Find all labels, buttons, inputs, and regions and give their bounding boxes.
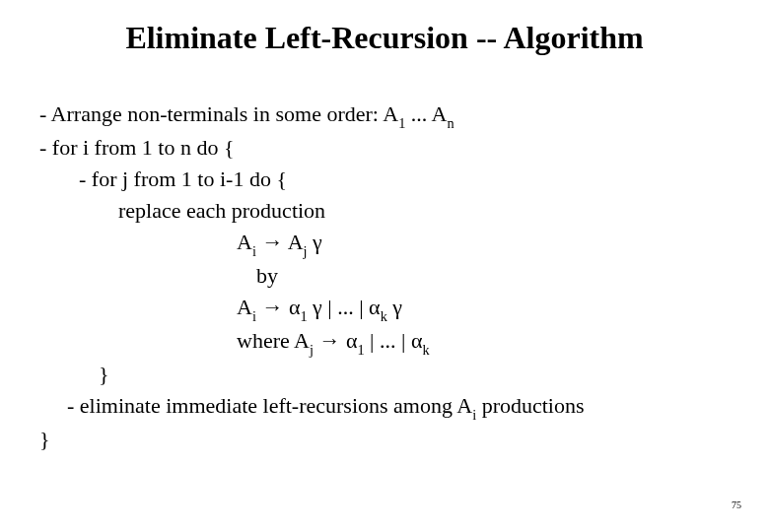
- line-prod-alpha: Ai → α1 γ | ... | αk γ: [39, 292, 730, 325]
- text: ... A: [405, 101, 447, 126]
- page-number: 75: [732, 499, 741, 510]
- text: γ: [387, 295, 402, 319]
- slide-body: - Arrange non-terminals in some order: A…: [39, 99, 730, 455]
- line-by: by: [39, 260, 730, 292]
- subscript-1: 1: [300, 308, 307, 324]
- subscript-i: i: [252, 243, 256, 259]
- subscript-i: i: [252, 308, 256, 324]
- subscript-j: j: [304, 243, 308, 259]
- line-for-j: - for j from 1 to i-1 do {: [39, 164, 730, 195]
- line-for-i: - for i from 1 to n do {: [39, 132, 730, 164]
- text: where A: [237, 328, 310, 353]
- text: γ | ... | α: [308, 295, 381, 319]
- subscript-i: i: [472, 407, 476, 423]
- subscript-1: 1: [357, 342, 364, 358]
- text: - eliminate immediate left-recursions am…: [67, 393, 472, 418]
- slide-title: Eliminate Left-Recursion -- Algorithm: [0, 20, 769, 56]
- text: A: [237, 295, 252, 319]
- subscript-j: j: [310, 342, 314, 358]
- text: → α: [314, 328, 358, 353]
- text: productions: [476, 393, 584, 418]
- text: | ... | α: [365, 328, 423, 353]
- line-arrange: - Arrange non-terminals in some order: A…: [39, 99, 730, 132]
- text: - Arrange non-terminals in some order: A: [39, 101, 398, 126]
- text: A: [237, 230, 252, 254]
- subscript-k: k: [422, 342, 429, 358]
- text: → α: [256, 295, 301, 319]
- subscript-n: n: [447, 115, 454, 131]
- text: γ: [308, 230, 322, 254]
- subscript-k: k: [381, 308, 387, 324]
- text: → A: [256, 230, 304, 254]
- line-eliminate: - eliminate immediate left-recursions am…: [39, 390, 730, 424]
- line-close-outer: }: [39, 424, 730, 455]
- line-where: where Aj → α1 | ... | αk: [39, 325, 730, 359]
- line-close-inner: }: [39, 359, 730, 390]
- slide: Eliminate Left-Recursion -- Algorithm - …: [0, 0, 769, 532]
- line-replace: replace each production: [39, 195, 730, 227]
- subscript-1: 1: [398, 115, 405, 131]
- line-prod-aij: Ai → Aj γ: [39, 227, 730, 260]
